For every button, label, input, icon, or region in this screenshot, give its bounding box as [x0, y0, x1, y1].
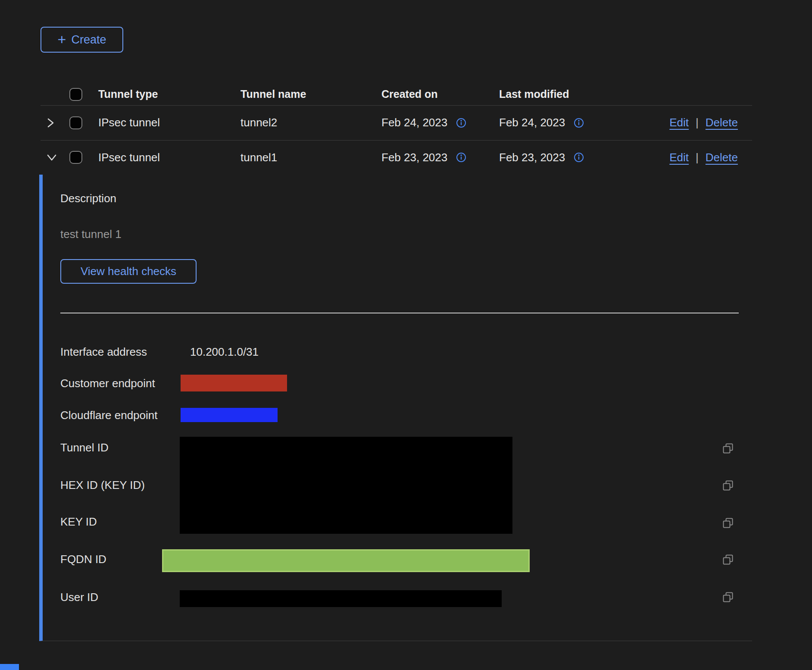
copy-user-id-button[interactable] [722, 592, 734, 603]
info-icon[interactable] [456, 152, 466, 163]
info-icon[interactable] [574, 118, 584, 128]
action-separator: | [696, 116, 699, 129]
tunnel-type-cell: IPsec tunnel [98, 140, 160, 175]
customer-endpoint-redacted-value [181, 375, 287, 391]
description-label: Description [60, 191, 116, 205]
expanded-tunnel-panel: Description test tunnel 1 View health ch… [39, 175, 752, 641]
create-button-label: Create [71, 33, 106, 47]
cloudflare-endpoint-redacted-value [181, 408, 278, 422]
copy-icon [722, 480, 734, 491]
user-id-label: User ID [60, 590, 98, 604]
tunnels-page: + Create Tunnel type Tunnel name Created… [0, 0, 812, 670]
tunnel-id-label: Tunnel ID [60, 441, 109, 454]
action-separator: | [696, 151, 699, 164]
ids-redacted-value [180, 437, 512, 534]
info-icon[interactable] [574, 152, 584, 163]
interface-address-label: Interface address [60, 345, 147, 359]
section-divider [60, 313, 739, 313]
plus-icon: + [58, 32, 66, 47]
copy-icon [722, 443, 734, 454]
create-button[interactable]: + Create [41, 27, 123, 53]
customer-endpoint-label: Customer endpoint [60, 376, 155, 390]
cloudflare-endpoint-label: Cloudflare endpoint [60, 408, 158, 422]
copy-icon [722, 517, 734, 529]
chevron-right-icon [46, 117, 55, 128]
created-on-cell: Feb 24, 2023 [381, 116, 447, 129]
copy-icon [722, 592, 734, 603]
info-icon[interactable] [456, 118, 466, 128]
last-modified-cell: Feb 23, 2023 [499, 151, 565, 164]
tunnel-name-cell: tunnel2 [240, 105, 277, 140]
table-row: IPsec tunnel tunnel2 Feb 24, 2023 Feb 24… [41, 105, 752, 141]
row-checkbox[interactable] [69, 116, 82, 129]
select-all-checkbox[interactable] [69, 88, 82, 101]
bottom-left-accent-bar [0, 664, 19, 670]
view-health-checks-button[interactable]: View health checks [60, 259, 197, 284]
copy-fqdn-id-button[interactable] [722, 554, 734, 565]
key-id-label: KEY ID [60, 515, 97, 529]
description-value: test tunnel 1 [60, 227, 122, 241]
hex-id-label: HEX ID (KEY ID) [60, 478, 145, 492]
collapse-row-button[interactable] [46, 140, 57, 175]
copy-tunnel-id-button[interactable] [722, 443, 734, 454]
header-last-modified: Last modified [499, 83, 569, 105]
edit-link[interactable]: Edit [669, 116, 689, 129]
interface-address-value: 10.200.1.0/31 [190, 345, 259, 359]
copy-icon [722, 554, 734, 565]
row-checkbox[interactable] [69, 151, 82, 164]
edit-link[interactable]: Edit [669, 151, 689, 164]
delete-link[interactable]: Delete [706, 116, 738, 129]
header-tunnel-type: Tunnel type [98, 83, 158, 105]
header-created-on: Created on [381, 83, 438, 105]
fqdn-id-label: FQDN ID [60, 552, 106, 566]
header-tunnel-name: Tunnel name [240, 83, 306, 105]
tunnel-type-cell: IPsec tunnel [98, 105, 160, 140]
table-row: IPsec tunnel tunnel1 Feb 23, 2023 Feb 23… [41, 140, 752, 175]
last-modified-cell: Feb 24, 2023 [499, 116, 565, 129]
copy-hex-id-button[interactable] [722, 480, 734, 491]
fqdn-id-redacted-value [162, 549, 530, 572]
chevron-down-icon [46, 153, 57, 162]
created-on-cell: Feb 23, 2023 [381, 151, 447, 164]
table-header-row: Tunnel type Tunnel name Created on Last … [41, 83, 752, 106]
delete-link[interactable]: Delete [706, 151, 738, 164]
tunnel-name-cell: tunnel1 [240, 140, 277, 175]
user-id-redacted-value [180, 590, 502, 607]
copy-key-id-button[interactable] [722, 517, 734, 529]
expand-row-button[interactable] [46, 105, 55, 140]
